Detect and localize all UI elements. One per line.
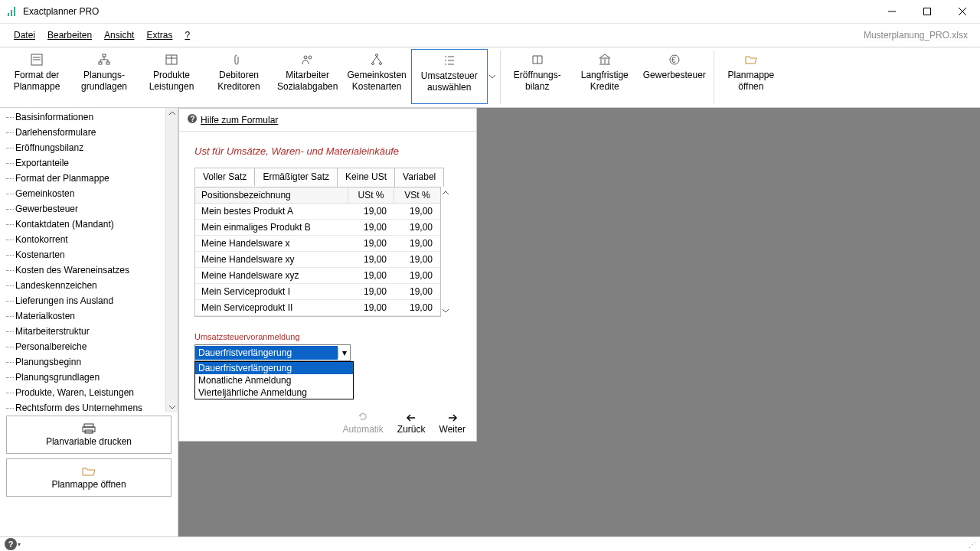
tree-item[interactable]: Produkte, Waren, Leistungen bbox=[0, 385, 178, 400]
svg-rect-2 bbox=[14, 7, 15, 16]
ribbon-format[interactable]: Format der Planmappe bbox=[3, 49, 70, 104]
ribbon-oeffnen[interactable]: Planmappe öffnen bbox=[717, 49, 785, 104]
form-heading: Ust für Umsätze, Waren- und Materialeink… bbox=[194, 145, 464, 157]
tree-item[interactable]: Rechtsform des Unternehmens bbox=[0, 400, 178, 412]
col-header-vst: VSt % bbox=[394, 187, 440, 203]
table-row[interactable]: Meine Handelsware xyz19,0019,00 bbox=[195, 268, 440, 284]
table-row[interactable]: Mein Serviceprodukt I19,0019,00 bbox=[195, 284, 440, 300]
tree-item[interactable]: Kontaktdaten (Mandant) bbox=[0, 217, 178, 232]
svg-rect-4 bbox=[924, 8, 931, 15]
arrow-right-icon bbox=[447, 413, 458, 424]
tree-nav[interactable]: BasisinformationenDarlehensformulareEröf… bbox=[0, 108, 178, 412]
grid-scrollbar[interactable] bbox=[440, 187, 451, 316]
tree-item[interactable]: Mitarbeiterstruktur bbox=[0, 324, 178, 339]
tree-item[interactable]: Kostenarten bbox=[0, 247, 178, 262]
sitemap-icon bbox=[96, 52, 112, 67]
titlebar: Exactplanner PRO bbox=[0, 0, 980, 24]
voranmeldung-combo[interactable]: Dauerfristverlängerung ▾ Dauerfristverlä… bbox=[194, 344, 351, 361]
table-icon bbox=[164, 52, 179, 67]
menu-bearbeiten[interactable]: Bearbeiten bbox=[41, 27, 98, 44]
ribbon-produkte[interactable]: Produkte Leistungen bbox=[138, 49, 205, 104]
folder-open-icon bbox=[743, 52, 759, 67]
table-row[interactable]: Meine Handelsware x19,0019,00 bbox=[195, 236, 440, 252]
maximize-button[interactable] bbox=[910, 0, 945, 24]
ribbon-kredite[interactable]: Langfristige Kredite bbox=[571, 49, 639, 104]
back-button[interactable]: Zurück bbox=[397, 413, 426, 435]
tree-item[interactable]: Kontokorrent bbox=[0, 232, 178, 247]
sidebar: BasisinformationenDarlehensformulareEröf… bbox=[0, 108, 178, 536]
svg-line-25 bbox=[373, 57, 377, 62]
tree-item[interactable]: Exportanteile bbox=[0, 155, 178, 171]
menubar: Datei Bearbeiten Ansicht Extras ? Muster… bbox=[0, 24, 980, 47]
svg-line-26 bbox=[377, 57, 381, 62]
table-row[interactable]: Mein Serviceprodukt II19,0019,00 bbox=[195, 300, 440, 316]
tree-item[interactable]: Eröffnungsbilanz bbox=[0, 140, 178, 155]
table-row[interactable]: Mein bestes Produkt A19,0019,00 bbox=[195, 204, 440, 220]
tab-1[interactable]: Ermäßigter Satz bbox=[254, 168, 338, 187]
tree-item[interactable]: Planungsbeginn bbox=[0, 354, 178, 370]
close-button[interactable] bbox=[945, 0, 980, 24]
tree-item[interactable]: Personalbereiche bbox=[0, 339, 178, 354]
tab-3[interactable]: Variabel bbox=[394, 168, 444, 187]
ribbon-debitoren[interactable]: Debitoren Kreditoren bbox=[205, 49, 273, 104]
users-icon bbox=[300, 52, 315, 67]
status-help-icon[interactable]: ? bbox=[5, 538, 17, 550]
tree-item[interactable]: Darlehensformulare bbox=[0, 125, 178, 140]
combo-option[interactable]: Dauerfristverlängerung bbox=[195, 362, 353, 374]
combo-dropdown-list: DauerfristverlängerungMonatliche Anmeldu… bbox=[194, 361, 354, 399]
svg-text:?: ? bbox=[191, 115, 195, 123]
svg-point-21 bbox=[309, 56, 312, 59]
col-header-name: Positionsbezeichnung bbox=[195, 187, 348, 203]
ribbon-mitarbeiter[interactable]: Mitarbeiter Sozialabgaben bbox=[273, 49, 342, 104]
clip-icon bbox=[231, 52, 247, 67]
svg-rect-0 bbox=[8, 13, 9, 16]
svg-rect-10 bbox=[103, 54, 106, 57]
ribbon-umsatzsteuer[interactable]: Umsatzsteuer auswählen bbox=[411, 49, 488, 104]
tree-item[interactable]: Basisinformationen bbox=[0, 109, 178, 125]
tree-scrollbar[interactable] bbox=[165, 108, 178, 412]
refresh-icon bbox=[358, 411, 368, 424]
combo-option[interactable]: Vierteljährliche Anmeldung bbox=[195, 386, 353, 399]
menu-datei[interactable]: Datei bbox=[8, 27, 41, 44]
tree-item[interactable]: Format der Planmappe bbox=[0, 171, 178, 186]
combo-option[interactable]: Monatliche Anmeldung bbox=[195, 374, 353, 386]
tree-item[interactable]: Kosten des Wareneinsatzes bbox=[0, 262, 178, 278]
tree-icon bbox=[369, 52, 384, 67]
ribbon-gewerbe[interactable]: €Gewerbesteuer bbox=[639, 49, 710, 104]
book-icon bbox=[530, 52, 545, 67]
ribbon-eroeffnung[interactable]: Eröffnungs- bilanz bbox=[504, 49, 571, 104]
ribbon-umsatzsteuer-dropdown[interactable] bbox=[488, 49, 497, 104]
list-icon bbox=[442, 53, 457, 68]
help-link[interactable]: Hilfe zum Formular bbox=[201, 115, 278, 126]
svg-point-20 bbox=[304, 56, 307, 59]
print-planvariable-button[interactable]: Planvariable drucken bbox=[6, 416, 172, 454]
tree-item[interactable]: Materialkosten bbox=[0, 308, 178, 324]
svg-point-22 bbox=[376, 54, 378, 57]
svg-point-23 bbox=[372, 63, 374, 65]
tab-0[interactable]: Voller Satz bbox=[194, 168, 255, 187]
menu-extras[interactable]: Extras bbox=[140, 27, 178, 44]
next-button[interactable]: Weiter bbox=[439, 413, 466, 435]
tree-item[interactable]: Planungsgrundlagen bbox=[0, 370, 178, 385]
menu-ansicht[interactable]: Ansicht bbox=[98, 27, 140, 44]
rates-grid[interactable]: Positionsbezeichnung USt % VSt % Mein be… bbox=[194, 187, 441, 317]
main-area: ? Hilfe zum Formular Ust für Umsätze, Wa… bbox=[178, 108, 980, 536]
menu-help[interactable]: ? bbox=[178, 27, 196, 44]
tree-item[interactable]: Landeskennzeichen bbox=[0, 278, 178, 293]
tree-item[interactable]: Gewerbesteuer bbox=[0, 201, 178, 217]
tree-item[interactable]: Lieferungen ins Ausland bbox=[0, 293, 178, 308]
app-title: Exactplanner PRO bbox=[23, 6, 99, 17]
open-planmappe-button[interactable]: Planmappe öffnen bbox=[6, 458, 172, 497]
tab-2[interactable]: Keine USt bbox=[337, 168, 395, 187]
table-row[interactable]: Mein einmaliges Produkt B19,0019,00 bbox=[195, 220, 440, 236]
ribbon-gemeinkosten[interactable]: Gemeinkosten Kostenarten bbox=[342, 49, 410, 104]
print-label: Planvariable drucken bbox=[46, 436, 132, 447]
resize-grip[interactable]: ⋰ bbox=[969, 540, 975, 549]
euro-icon: € bbox=[667, 52, 682, 67]
form-panel: ? Hilfe zum Formular Ust für Umsätze, Wa… bbox=[178, 108, 477, 442]
table-row[interactable]: Meine Handelsware xy19,0019,00 bbox=[195, 252, 440, 268]
minimize-button[interactable] bbox=[874, 0, 910, 24]
ribbon-grundlagen[interactable]: Planungs- grundlagen bbox=[70, 49, 138, 104]
svg-rect-12 bbox=[106, 62, 109, 64]
tree-item[interactable]: Gemeinkosten bbox=[0, 186, 178, 201]
